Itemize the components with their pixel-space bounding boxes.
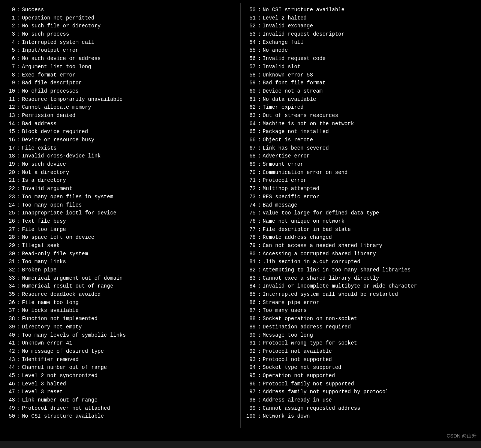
error-number: 71	[245, 177, 256, 185]
list-item: 80:Accessing a corrupted shared library	[245, 250, 477, 258]
list-item: 66:Object is remote	[245, 136, 477, 144]
error-number: 57	[245, 63, 256, 71]
error-description: Level 3 halted	[22, 380, 66, 388]
error-separator: :	[258, 39, 261, 47]
error-description: Remote address changed	[262, 234, 332, 242]
error-separator: :	[17, 6, 20, 14]
error-number: 49	[4, 405, 15, 413]
list-item: 76:Name not unique on network	[245, 217, 477, 226]
error-separator: :	[17, 307, 20, 315]
error-description: Operation not permitted	[22, 14, 94, 22]
error-number: 54	[245, 39, 256, 47]
error-separator: :	[258, 103, 261, 112]
error-number: 53	[245, 30, 256, 39]
error-separator: :	[258, 63, 261, 71]
error-description: Level 2 halted	[262, 14, 307, 22]
list-item: 6:No such device or address	[4, 55, 236, 63]
error-number: 98	[245, 396, 256, 405]
error-number: 20	[4, 169, 15, 177]
error-description: Value too large for defined data type	[262, 209, 379, 217]
error-number: 64	[245, 120, 256, 128]
error-description: Resource temporarily unavailable	[22, 96, 123, 104]
error-number: 86	[245, 299, 256, 307]
error-separator: :	[258, 323, 261, 331]
list-item: 93:Protocol not supported	[245, 356, 477, 364]
list-item: 49:Protocol driver not attached	[4, 405, 236, 413]
error-description: Accessing a corrupted shared library	[262, 250, 376, 258]
error-number: 26	[4, 217, 15, 226]
list-item: 46:Level 3 halted	[4, 380, 236, 388]
error-description: Protocol family not supported	[262, 380, 354, 388]
error-description: File descriptor in bad state	[262, 226, 351, 234]
error-separator: :	[258, 6, 261, 14]
error-number: 17	[4, 144, 15, 153]
error-description: No message of desired type	[22, 348, 103, 356]
list-item: 100:Network is down	[245, 412, 477, 421]
error-separator: :	[258, 412, 261, 421]
list-item: 53:Invalid request descriptor	[245, 30, 477, 39]
error-description: Communication error on send	[262, 169, 348, 177]
error-separator: :	[258, 331, 261, 340]
error-number: 58	[245, 71, 256, 79]
error-description: Too many open files in system	[22, 193, 113, 201]
list-item: 64:Machine is not on the network	[245, 120, 477, 128]
error-description: No CSI structure available	[262, 6, 344, 14]
error-description: Name not unique on network	[262, 217, 344, 226]
list-item: 81:.lib section in a.out corrupted	[245, 258, 477, 266]
error-separator: :	[258, 112, 261, 120]
error-separator: :	[258, 266, 261, 274]
error-description: Directory not empty	[22, 323, 82, 331]
list-item: 42:No message of desired type	[4, 348, 236, 356]
list-item: 77:File descriptor in bad state	[245, 226, 477, 234]
error-description: Unknown error 41	[22, 339, 72, 348]
list-item: 92:Protocol not available	[245, 348, 477, 356]
error-separator: :	[17, 169, 20, 177]
list-item: 1:Operation not permitted	[4, 14, 236, 22]
error-separator: :	[17, 144, 20, 153]
list-item: 17:File exists	[4, 144, 236, 153]
list-item: 3:No such process	[4, 30, 236, 39]
error-number: 46	[4, 380, 15, 388]
error-number: 78	[245, 234, 256, 242]
error-description: Address already in use	[262, 396, 332, 405]
list-item: 26:Text file busy	[4, 217, 236, 226]
error-separator: :	[258, 274, 261, 283]
error-description: Address family not supported by protocol	[262, 388, 388, 396]
list-item: 35:Resource deadlock avoided	[4, 291, 236, 299]
error-separator: :	[258, 79, 261, 87]
list-item: 50:No CSI structure available	[245, 6, 477, 14]
error-number: 84	[245, 282, 256, 291]
list-item: 2:No such file or directory	[4, 22, 236, 30]
list-item: 44:Channel number out of range	[4, 364, 236, 372]
list-item: 8:Exec format error	[4, 71, 236, 79]
error-description: Link number out of range	[22, 396, 97, 405]
error-number: 5	[4, 46, 15, 55]
list-item: 62:Timer expired	[245, 103, 477, 112]
list-item: 73:RFS specific error	[245, 193, 477, 201]
list-item: 67:Link has been severed	[245, 144, 477, 153]
list-item: 63:Out of streams resources	[245, 112, 477, 120]
list-item: 55:No anode	[245, 46, 477, 55]
error-description: No locks available	[22, 307, 78, 315]
error-description: Machine is not on the network	[262, 120, 354, 128]
error-description: Link has been severed	[262, 144, 328, 153]
error-description: Bad message	[262, 201, 297, 210]
error-number: 82	[245, 266, 256, 274]
error-number: 30	[4, 250, 15, 258]
list-item: 34:Numerical result out of range	[4, 282, 236, 291]
error-description: Is a directory	[22, 177, 66, 185]
error-number: 93	[245, 356, 256, 364]
error-separator: :	[17, 372, 20, 380]
error-number: 0	[4, 6, 15, 14]
error-separator: :	[17, 234, 20, 242]
error-separator: :	[258, 405, 261, 413]
list-item: 97:Address family not supported by proto…	[245, 388, 477, 396]
error-separator: :	[258, 87, 261, 96]
error-separator: :	[17, 177, 20, 185]
error-number: 19	[4, 160, 15, 169]
list-item: 61:No data available	[245, 96, 477, 104]
error-separator: :	[17, 201, 20, 210]
list-item: 71:Protocol error	[245, 177, 477, 185]
error-separator: :	[17, 160, 20, 169]
error-separator: :	[17, 103, 20, 112]
